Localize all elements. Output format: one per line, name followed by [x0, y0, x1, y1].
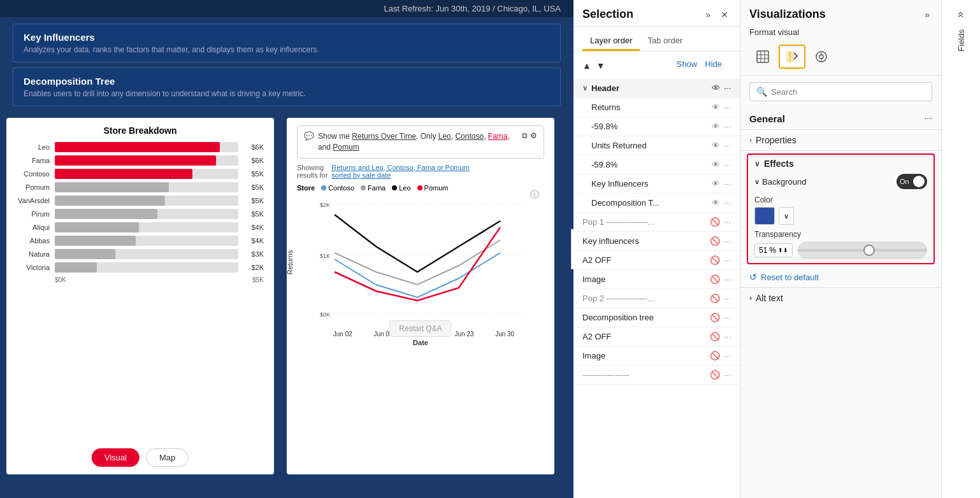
visibility-icon[interactable]: 👁: [712, 83, 720, 93]
more-options-icon[interactable]: ···: [724, 141, 731, 150]
list-item[interactable]: Decomposition T... 👁 ···: [573, 194, 740, 213]
more-options-icon[interactable]: ···: [724, 255, 731, 265]
map-button[interactable]: Map: [146, 448, 189, 467]
expand-viz-button[interactable]: »: [922, 8, 932, 21]
top-bar: Last Refresh: Jun 30th, 2019 / Chicago, …: [0, 0, 573, 17]
tab-tab-order[interactable]: Tab order: [640, 32, 690, 51]
table-row: Natura $3K: [17, 249, 264, 259]
hidden-icon[interactable]: 🚫: [710, 217, 720, 227]
reset-to-default-button[interactable]: ↺ Reset to default: [740, 267, 941, 287]
list-item[interactable]: Pop 1 ---------------... 🚫 ···: [573, 213, 740, 232]
table-row: Pomum $5K: [17, 182, 264, 192]
more-options-icon[interactable]: ···: [724, 198, 731, 208]
more-options-icon[interactable]: ···: [724, 217, 731, 227]
visibility-icon[interactable]: 👁: [712, 122, 720, 131]
list-item[interactable]: Image 🚫 ···: [573, 346, 740, 366]
stepper-icon[interactable]: ⬆⬇: [778, 247, 788, 253]
list-item[interactable]: ----------------- 🚫 ···: [573, 366, 740, 385]
more-options-icon[interactable]: ···: [724, 332, 731, 341]
search-input[interactable]: [771, 87, 925, 97]
decomposition-tree-card[interactable]: Decomposition Tree Enables users to dril…: [13, 68, 561, 106]
slider-thumb[interactable]: [863, 245, 875, 256]
collapse-background-icon[interactable]: ∨: [754, 178, 760, 186]
list-item[interactable]: Image 🚫 ···: [573, 270, 740, 289]
show-button[interactable]: Show: [677, 59, 698, 69]
hidden-icon[interactable]: 🚫: [710, 274, 720, 284]
general-label: General: [749, 113, 785, 124]
color-dropdown-button[interactable]: ∨: [779, 207, 794, 225]
showing-link[interactable]: Returns and Leo, Contoso, Fama or Pomum: [331, 164, 469, 171]
qa-input-box[interactable]: 💬 Show me Returns Over Time. Only Leo, C…: [297, 125, 544, 159]
hidden-icon[interactable]: 🚫: [710, 236, 720, 246]
item-label: Pop 1 ---------------...: [582, 217, 710, 227]
hidden-icon[interactable]: 🚫: [710, 370, 720, 380]
move-down-button[interactable]: ▼: [596, 60, 605, 71]
visibility-icon[interactable]: 👁: [712, 141, 720, 150]
tab-layer-order[interactable]: Layer order: [582, 32, 640, 51]
more-options-icon[interactable]: ···: [724, 236, 731, 246]
hidden-icon[interactable]: 🚫: [710, 332, 720, 341]
more-options-icon[interactable]: ···: [724, 370, 731, 380]
bar-label: Natura: [17, 250, 55, 258]
hidden-icon[interactable]: 🚫: [710, 351, 720, 360]
hidden-icon[interactable]: 🚫: [710, 294, 720, 303]
viz-header: Visualizations »: [740, 0, 941, 25]
fields-tab[interactable]: Fields: [953, 23, 970, 58]
list-item[interactable]: -59.8% 👁 ···: [573, 117, 740, 136]
collapse-panel-button[interactable]: «: [951, 6, 972, 23]
list-item[interactable]: Units Returned 👁 ···: [573, 136, 740, 155]
hidden-icon[interactable]: 🚫: [710, 255, 720, 265]
visibility-icon[interactable]: 👁: [712, 179, 720, 189]
table-icon-button[interactable]: [749, 45, 776, 69]
expand-icon-button[interactable]: »: [703, 8, 713, 21]
more-options-icon[interactable]: ···: [724, 179, 731, 189]
list-item[interactable]: Pop 2 ---------------... 🚫 ···: [573, 289, 740, 308]
close-button[interactable]: ✕: [718, 8, 731, 21]
alt-text-section[interactable]: › Alt text: [740, 287, 941, 308]
more-options-icon[interactable]: ···: [724, 351, 731, 360]
bar-chart: Leo $6K Fama $6K Contoso: [17, 142, 264, 273]
visibility-icon[interactable]: 👁: [712, 160, 720, 169]
more-options-icon[interactable]: ···: [724, 103, 731, 112]
gesture-icon-button[interactable]: [808, 45, 835, 69]
item-icons: 🚫 ···: [710, 370, 731, 380]
list-item[interactable]: -59.8% 👁 ···: [573, 155, 740, 174]
more-options-icon[interactable]: ···: [724, 83, 731, 93]
more-options-icon[interactable]: ···: [724, 313, 731, 322]
more-options-icon[interactable]: ···: [724, 274, 731, 284]
copy-icon[interactable]: ⧉: [522, 131, 528, 140]
legend-item-pomum: Pomum: [417, 184, 449, 192]
list-item[interactable]: A2 OFF 🚫 ···: [573, 327, 740, 346]
visibility-icon[interactable]: 👁: [712, 198, 720, 208]
more-options-icon[interactable]: ···: [724, 294, 731, 303]
color-swatch[interactable]: [754, 207, 775, 225]
more-options-icon[interactable]: ···: [724, 122, 731, 131]
list-item[interactable]: Returns 👁 ···: [573, 98, 740, 117]
hidden-icon[interactable]: 🚫: [710, 313, 720, 322]
list-item[interactable]: Key influencers 🚫 ···: [573, 232, 740, 251]
visibility-icon[interactable]: 👁: [712, 103, 720, 112]
list-item[interactable]: Key Influencers 👁 ···: [573, 174, 740, 194]
collapse-effects-icon[interactable]: ∨: [754, 159, 760, 168]
transparency-slider[interactable]: [798, 241, 927, 259]
more-options-icon[interactable]: ···: [724, 160, 731, 169]
hide-button[interactable]: Hide: [705, 59, 722, 69]
key-influencers-card[interactable]: Key Influencers Analyzes your data, rank…: [13, 24, 561, 62]
filters-tab[interactable]: Filters: [571, 229, 573, 269]
move-up-button[interactable]: ▲: [582, 60, 591, 71]
showing-link-sorted[interactable]: sorted by sale date: [331, 171, 469, 179]
svg-text:$1K: $1K: [320, 253, 330, 259]
selection-section-header[interactable]: ∨ Header 👁 ···: [573, 79, 740, 98]
settings-icon[interactable]: ⚙: [530, 131, 537, 140]
item-label: A2 OFF: [582, 255, 710, 265]
visual-button[interactable]: Visual: [92, 448, 140, 467]
panel-header: Selection » ✕: [573, 0, 740, 27]
general-more-options[interactable]: ···: [924, 113, 932, 124]
restart-qa-button[interactable]: Restart Q&A: [389, 320, 451, 337]
paint-icon-button[interactable]: [779, 45, 805, 69]
transparency-input[interactable]: 51 % ⬆⬇: [754, 243, 793, 257]
list-item[interactable]: A2 OFF 🚫 ···: [573, 251, 740, 270]
background-toggle[interactable]: On: [897, 174, 927, 189]
list-item[interactable]: Decomposition tree 🚫 ···: [573, 308, 740, 327]
properties-section[interactable]: › Properties: [740, 130, 941, 151]
